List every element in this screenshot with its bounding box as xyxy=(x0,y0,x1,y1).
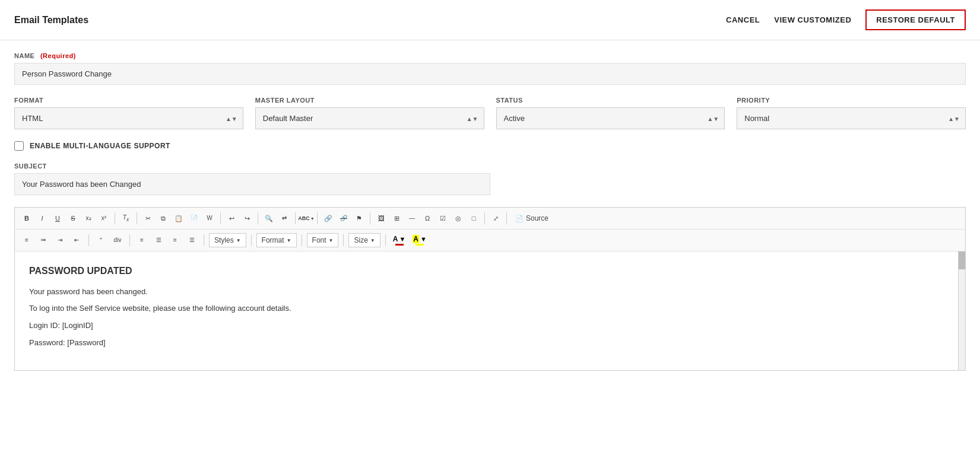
strikethrough-button[interactable]: S xyxy=(66,211,80,225)
multi-language-label: ENABLE MULTI-LANGUAGE SUPPORT xyxy=(30,142,170,150)
status-col: STATUS Active Inactive ▲▼ xyxy=(496,97,725,129)
editor-toolbar-1: B I U S x₂ x² Tx ✂ ⧉ 📋 📄 W ↩ ↪ 🔍 ⇄ ABC xyxy=(15,208,965,230)
hr-button[interactable]: — xyxy=(405,211,419,225)
toolbar-sep-7 xyxy=(370,212,370,224)
editor-scrollbar[interactable] xyxy=(958,252,965,370)
cut-button[interactable]: ✂ xyxy=(141,211,155,225)
content: NAME (Required) FORMAT HTML Text ▲▼ MAST… xyxy=(0,40,980,383)
underline-button[interactable]: U xyxy=(50,211,65,225)
styles-arrow: ▼ xyxy=(236,238,241,243)
name-label: NAME (Required) xyxy=(14,52,966,59)
radio-button[interactable]: ◎ xyxy=(451,211,465,225)
unlink-button[interactable]: 🔗 xyxy=(337,211,351,225)
content-para2: To log into the Self Service website, pl… xyxy=(29,303,951,315)
source-button[interactable]: 📄 Source xyxy=(510,211,553,225)
subscript-button[interactable]: x₂ xyxy=(81,211,96,225)
editor-content[interactable]: PASSWORD UPDATED Your password has been … xyxy=(15,252,965,370)
indent-button[interactable]: ⇥ xyxy=(53,233,67,247)
font-dropdown[interactable]: Font ▼ xyxy=(307,233,339,247)
toolbar-sep-10 xyxy=(88,234,89,246)
maximize-button[interactable]: ⤢ xyxy=(489,211,503,225)
format-label: Format xyxy=(262,236,284,244)
clear-format-button[interactable]: Tx xyxy=(119,211,133,225)
font-color-button[interactable]: A ▼ xyxy=(391,233,408,247)
format-select-wrapper: HTML Text ▲▼ xyxy=(14,107,243,129)
size-arrow: ▼ xyxy=(370,238,375,243)
toolbar-sep-11 xyxy=(129,234,130,246)
link-button[interactable]: 🔗 xyxy=(321,211,335,225)
master-layout-col: MASTER LAYOUT Default Master None ▲▼ xyxy=(255,97,484,129)
anchor-button[interactable]: ⚑ xyxy=(352,211,366,225)
spellcheck-button[interactable]: ABC ▼ xyxy=(299,211,313,225)
ordered-list-button[interactable]: ≡ xyxy=(20,233,34,247)
editor-content-area: PASSWORD UPDATED Your password has been … xyxy=(15,252,965,370)
paste-button[interactable]: 📋 xyxy=(172,211,186,225)
bg-color-bar xyxy=(416,244,424,246)
find-button[interactable]: 🔍 xyxy=(262,211,276,225)
italic-button[interactable]: I xyxy=(35,211,49,225)
cancel-button[interactable]: CANCEL xyxy=(726,15,760,24)
editor-wrapper: B I U S x₂ x² Tx ✂ ⧉ 📋 📄 W ↩ ↪ 🔍 ⇄ ABC xyxy=(14,207,966,371)
replace-button[interactable]: ⇄ xyxy=(277,211,291,225)
name-input[interactable] xyxy=(14,63,966,85)
outdent-button[interactable]: ⇤ xyxy=(69,233,84,247)
redo-button[interactable]: ↪ xyxy=(240,211,254,225)
header: Email Templates CANCEL VIEW CUSTOMIZED R… xyxy=(0,0,980,40)
font-arrow: ▼ xyxy=(329,238,334,243)
view-customized-button[interactable]: VIEW CUSTOMIZED xyxy=(774,15,851,24)
form-row: FORMAT HTML Text ▲▼ MASTER LAYOUT Defaul… xyxy=(14,97,966,129)
toolbar-sep-14 xyxy=(302,234,302,246)
toolbar-sep-5 xyxy=(295,212,296,224)
superscript-button[interactable]: x² xyxy=(97,211,111,225)
styles-dropdown[interactable]: Styles ▼ xyxy=(209,233,246,247)
align-justify-button[interactable]: ☰ xyxy=(185,233,199,247)
undo-button[interactable]: ↩ xyxy=(224,211,239,225)
copy-button[interactable]: ⧉ xyxy=(156,211,170,225)
toolbar-sep-8 xyxy=(484,212,485,224)
restore-default-button[interactable]: RESTORE DEFAULT xyxy=(865,9,966,30)
align-left-button[interactable]: ≡ xyxy=(135,233,149,247)
font-color-letter: A xyxy=(393,235,398,243)
toolbar-sep-1 xyxy=(115,212,115,224)
content-line2: Password: [Password] xyxy=(29,337,951,349)
status-select[interactable]: Active Inactive xyxy=(496,107,725,129)
bg-color-button[interactable]: A ▼ xyxy=(410,233,429,247)
frame-button[interactable]: □ xyxy=(467,211,481,225)
image-button[interactable]: 🖼 xyxy=(374,211,388,225)
toolbar-sep-12 xyxy=(204,234,204,246)
format-label: FORMAT xyxy=(14,97,243,104)
paste-word-button[interactable]: W xyxy=(202,211,217,225)
content-para1: Your password has been changed. xyxy=(29,286,951,298)
align-center-button[interactable]: ☰ xyxy=(151,233,166,247)
format-dropdown[interactable]: Format ▼ xyxy=(256,233,297,247)
priority-col: PRIORITY Normal High Low ▲▼ xyxy=(737,97,966,129)
toolbar-sep-6 xyxy=(317,212,318,224)
bold-button[interactable]: B xyxy=(20,211,34,225)
format-select[interactable]: HTML Text xyxy=(14,107,243,129)
page-title: Email Templates xyxy=(14,15,88,26)
table-button[interactable]: ⊞ xyxy=(389,211,404,225)
font-color-bar xyxy=(395,244,404,246)
paste-plain-button[interactable]: 📄 xyxy=(187,211,201,225)
create-div-button[interactable]: div xyxy=(110,233,125,247)
font-label: Font xyxy=(312,236,326,244)
unordered-list-button[interactable]: ≔ xyxy=(36,233,50,247)
format-arrow: ▼ xyxy=(287,238,291,243)
align-right-button[interactable]: ≡ xyxy=(168,233,182,247)
blockquote-button[interactable]: " xyxy=(94,233,108,247)
toolbar-sep-2 xyxy=(137,212,137,224)
subject-input[interactable] xyxy=(14,173,490,195)
size-dropdown[interactable]: Size ▼ xyxy=(348,233,380,247)
toolbar-sep-16 xyxy=(385,234,386,246)
status-label: STATUS xyxy=(496,97,725,104)
special-char-button[interactable]: Ω xyxy=(420,211,435,225)
multi-language-checkbox[interactable] xyxy=(14,141,24,151)
status-select-wrapper: Active Inactive ▲▼ xyxy=(496,107,725,129)
checkbox-button[interactable]: ☑ xyxy=(436,211,450,225)
priority-select[interactable]: Normal High Low xyxy=(737,107,966,129)
toolbar-sep-4 xyxy=(258,212,258,224)
master-layout-select[interactable]: Default Master None xyxy=(255,107,484,129)
content-heading: PASSWORD UPDATED xyxy=(29,263,951,279)
master-layout-select-wrapper: Default Master None ▲▼ xyxy=(255,107,484,129)
source-icon: 📄 xyxy=(515,215,524,222)
